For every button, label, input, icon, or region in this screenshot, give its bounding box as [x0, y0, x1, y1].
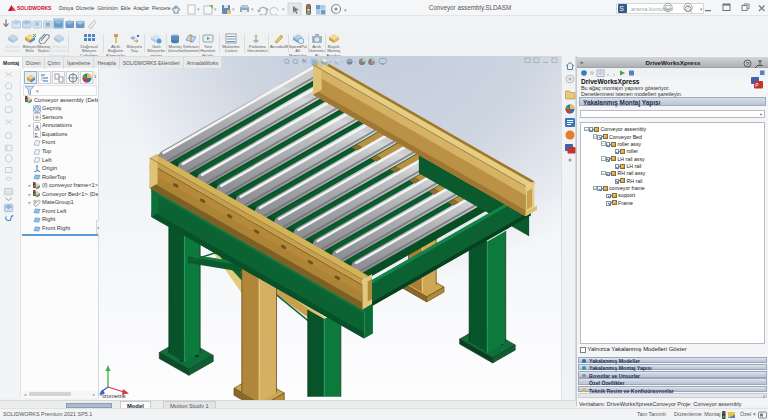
svg-text:▾: ▾ [354, 60, 356, 64]
svg-text:▾: ▾ [282, 6, 285, 12]
svg-text:?: ? [686, 5, 690, 11]
svg-text:▾: ▾ [342, 60, 344, 64]
svg-text:▾: ▾ [197, 6, 200, 12]
svg-text:A: A [35, 123, 40, 129]
svg-text:▾: ▾ [232, 6, 235, 12]
svg-text:S: S [620, 5, 625, 12]
svg-text:›: › [613, 71, 615, 77]
svg-text:▾: ▾ [251, 6, 254, 12]
svg-text:Σ: Σ [35, 132, 39, 138]
svg-text:SOLIDWORKS: SOLIDWORKS [17, 5, 52, 11]
svg-text:▾: ▾ [214, 6, 217, 12]
svg-text:▾: ▾ [344, 7, 347, 13]
svg-text:‹: ‹ [607, 71, 609, 77]
svg-text:▾: ▾ [330, 60, 332, 64]
svg-text:▾: ▾ [376, 60, 378, 64]
svg-text:▾: ▾ [266, 6, 269, 12]
svg-text:?: ? [746, 61, 749, 67]
